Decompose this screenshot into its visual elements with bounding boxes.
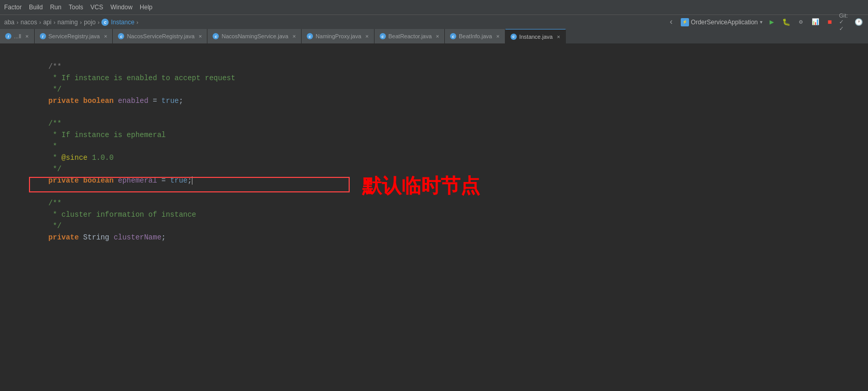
breadcrumb-right: ‹ ⚡ OrderServiceApplication ▾ ▶ 🐛 ⚙ 📊 ■ …	[666, 17, 864, 27]
menu-bar[interactable]: Factor Build Run Tools VCS Window Help	[4, 4, 153, 11]
breadcrumb-api[interactable]: api	[43, 19, 51, 26]
menu-run[interactable]: Run	[50, 4, 62, 11]
tab-label-np: NamingProxy.java	[316, 33, 361, 39]
text-cursor	[192, 176, 192, 185]
code-line-3: * If instance is enabled to accept reque…	[31, 72, 858, 84]
tab-icon-instance: c	[511, 34, 517, 40]
tab-service-registry[interactable]: i ServiceRegistry.java ×	[35, 29, 113, 43]
breadcrumb-end: ›	[137, 19, 139, 25]
code-line-4: */	[31, 84, 858, 95]
breadcrumb-sep-2: ›	[39, 19, 41, 25]
run-button[interactable]: ▶	[767, 17, 777, 27]
breadcrumb-sep-3: ›	[53, 19, 55, 25]
tab-icon-all: i	[5, 33, 11, 39]
breadcrumb-sep-5: ›	[98, 19, 100, 25]
code-line-6	[31, 107, 858, 118]
tab-icon-nsr: c	[118, 33, 124, 39]
code-line-16: */	[31, 220, 858, 232]
navigate-back-button[interactable]: ‹	[666, 17, 677, 27]
callout-text: 默认临时节点	[362, 173, 480, 199]
code-line-9: *	[31, 141, 858, 152]
tab-icon-br: c	[380, 33, 386, 39]
breadcrumb-naming[interactable]: naming	[57, 19, 78, 26]
menu-build[interactable]: Build	[29, 4, 43, 11]
tab-icon-sr: i	[40, 33, 46, 39]
tab-label-sr: ServiceRegistry.java	[49, 33, 100, 39]
breadcrumb-instance[interactable]: Instance	[111, 19, 134, 26]
code-line-8: * If instance is ephemeral	[31, 129, 858, 141]
code-line-14: /**	[31, 198, 858, 209]
tab-beat-reactor[interactable]: c BeatReactor.java ×	[375, 29, 445, 43]
tab-beat-info[interactable]: c BeatInfo.java ×	[445, 29, 505, 43]
tab-nacos-service-registry[interactable]: c NacosServiceRegistry.java ×	[113, 29, 207, 43]
breadcrumb: aba › nacos › api › naming › pojo › c In…	[4, 19, 139, 26]
run-config: ⚡ OrderServiceApplication ▾	[681, 18, 762, 26]
tab-close-nsr[interactable]: ×	[199, 33, 202, 39]
code-line-15: * cluster information of instance	[31, 209, 858, 220]
tab-close-br[interactable]: ×	[436, 33, 439, 39]
run-config-label[interactable]: OrderServiceApplication	[691, 19, 758, 26]
tab-icon-np: c	[307, 33, 313, 39]
tab-icon-nns: c	[213, 33, 219, 39]
menu-tools[interactable]: Tools	[69, 4, 83, 11]
git-status[interactable]: Git: ✓ ✓	[839, 17, 849, 27]
stop-button[interactable]: ■	[825, 17, 835, 27]
code-line-10: * @since 1.0.0	[31, 152, 858, 163]
breadcrumb-aba[interactable]: aba	[4, 19, 14, 26]
menu-window[interactable]: Window	[110, 4, 132, 11]
menu-vcs[interactable]: VCS	[91, 4, 103, 11]
app-icon: ⚡	[681, 18, 689, 26]
coverage-button[interactable]: ⚙	[796, 17, 806, 27]
run-config-dropdown[interactable]: ▾	[760, 19, 762, 25]
tab-label-bi: BeatInfo.java	[459, 33, 492, 39]
menu-help[interactable]: Help	[140, 4, 153, 11]
tab-label-nsr: NacosServiceRegistry.java	[127, 33, 194, 39]
breadcrumb-nacos[interactable]: nacos	[21, 19, 37, 26]
code-line-17: private String clusterName;	[31, 232, 858, 243]
code-editor[interactable]: /** * If instance is enabled to accept r…	[0, 44, 868, 391]
tab-close-sr[interactable]: ×	[104, 33, 107, 39]
tab-close-bi[interactable]: ×	[496, 33, 499, 39]
debug-button[interactable]: 🐛	[781, 17, 791, 27]
menu-factor[interactable]: Factor	[4, 4, 22, 11]
tab-close-instance[interactable]: ×	[557, 34, 560, 40]
tab-close-np[interactable]: ×	[365, 33, 368, 39]
breadcrumb-class-icon: c	[101, 19, 109, 26]
tab-icon-bi: c	[450, 33, 456, 39]
breadcrumb-sep-1: ›	[17, 19, 19, 25]
code-line-5: private boolean enabled = true;	[31, 95, 858, 107]
tab-naming-proxy[interactable]: c NamingProxy.java ×	[302, 29, 375, 43]
editor-area[interactable]: /** * If instance is enabled to accept r…	[0, 44, 868, 391]
tab-label-br: BeatReactor.java	[388, 33, 432, 39]
code-line-7: /**	[31, 118, 858, 129]
tab-nacos-naming-service[interactable]: c NacosNamingService.java ×	[207, 29, 301, 43]
breadcrumb-bar: aba › nacos › api › naming › pojo › c In…	[0, 14, 868, 29]
profile-button[interactable]: 📊	[810, 17, 820, 27]
tab-all[interactable]: i ...ll ×	[0, 29, 35, 43]
tab-instance[interactable]: c Instance.java ×	[505, 29, 566, 43]
tab-label-instance: Instance.java	[519, 34, 553, 40]
tab-label-nns: NacosNamingService.java	[221, 33, 288, 39]
tabs-bar: i ...ll × i ServiceRegistry.java × c Nac…	[0, 29, 868, 44]
code-line-1	[31, 50, 858, 61]
title-bar: Factor Build Run Tools VCS Window Help	[0, 0, 868, 14]
tab-close-all[interactable]: ×	[25, 33, 28, 39]
tab-close-nns[interactable]: ×	[292, 33, 295, 39]
code-line-2: /**	[31, 61, 858, 72]
breadcrumb-pojo[interactable]: pojo	[84, 19, 96, 26]
breadcrumb-sep-4: ›	[80, 19, 82, 25]
clock-icon: 🕐	[854, 17, 864, 27]
tab-label-all: ...ll	[14, 33, 21, 39]
